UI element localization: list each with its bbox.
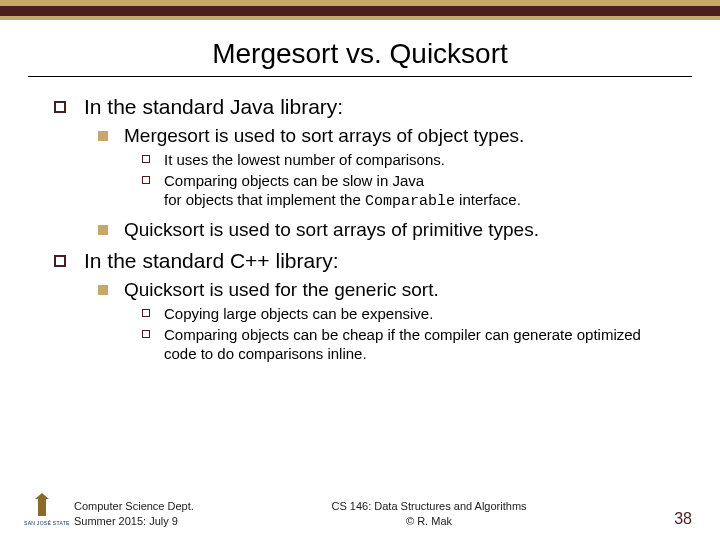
page-number: 38	[674, 510, 692, 528]
point-text: Quicksort is used to sort arrays of prim…	[124, 219, 539, 240]
band-gold-bottom	[0, 16, 720, 20]
sjsu-logo: SAN JOSÉ STATE	[24, 496, 60, 526]
band-maroon	[0, 6, 720, 16]
slide-title: Mergesort vs. Quicksort	[0, 38, 720, 70]
section-heading: In the standard C++ library:	[84, 249, 338, 272]
section-cpp: In the standard C++ library: Quicksort i…	[50, 249, 670, 363]
dept-name: Computer Science Dept.	[74, 500, 194, 512]
slide-body: In the standard Java library: Mergesort …	[0, 77, 720, 364]
point-mergesort: Mergesort is used to sort arrays of obje…	[92, 125, 670, 211]
sub-point-text: Copying large objects can be expensive.	[164, 305, 433, 322]
tower-icon	[38, 498, 46, 516]
section-java: In the standard Java library: Mergesort …	[50, 95, 670, 241]
header-decoration	[0, 0, 720, 20]
point-quicksort-primitive: Quicksort is used to sort arrays of prim…	[92, 219, 670, 241]
author: © R. Mak	[406, 515, 452, 527]
sub-point: Copying large objects can be expensive.	[134, 305, 670, 324]
slide-footer: SAN JOSÉ STATE Computer Science Dept. Su…	[0, 496, 720, 528]
point-text: Quicksort is used for the generic sort.	[124, 279, 439, 300]
footer-center: CS 146: Data Structures and Algorithms ©…	[194, 499, 664, 528]
sub-point: Comparing objects can be slow in Javafor…	[134, 172, 670, 212]
sub-point-text: Comparing objects can be cheap if the co…	[164, 326, 641, 362]
section-heading: In the standard Java library:	[84, 95, 343, 118]
code-comparable: Comparable	[365, 193, 455, 210]
term-date: Summer 2015: July 9	[74, 515, 178, 527]
slide: Mergesort vs. Quicksort In the standard …	[0, 0, 720, 540]
course-title: CS 146: Data Structures and Algorithms	[332, 500, 527, 512]
sub-point: It uses the lowest number of comparisons…	[134, 151, 670, 170]
sub-point: Comparing objects can be cheap if the co…	[134, 326, 670, 364]
point-text: Mergesort is used to sort arrays of obje…	[124, 125, 524, 146]
footer-left: Computer Science Dept. Summer 2015: July…	[74, 499, 194, 528]
logo-text: SAN JOSÉ STATE	[24, 520, 70, 526]
sub-point-text: It uses the lowest number of comparisons…	[164, 151, 445, 168]
point-quicksort-generic: Quicksort is used for the generic sort. …	[92, 279, 670, 363]
